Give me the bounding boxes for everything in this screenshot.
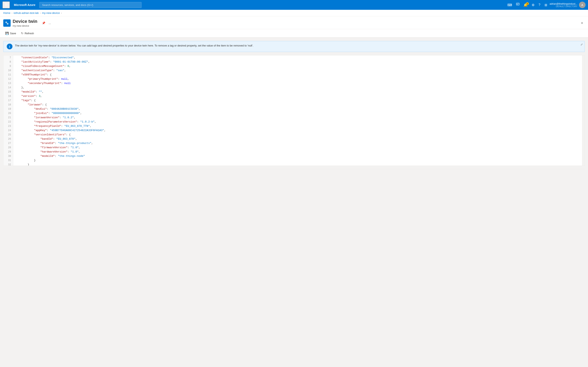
token-p: , [90, 125, 91, 128]
breadcrumb-home[interactable]: Home [3, 11, 10, 15]
help-button[interactable]: ? [537, 2, 542, 8]
line-number: 13 [3, 81, 13, 85]
line-number: 7 [3, 55, 13, 60]
token-p: : [55, 142, 58, 145]
token-k: "x509Thumbprint" [21, 73, 47, 76]
token-p: : { [66, 133, 71, 136]
token-k: "tags" [21, 99, 31, 102]
token-p: , [80, 112, 82, 115]
token-p: , [42, 90, 44, 93]
page-title: Device twin [13, 19, 37, 24]
token-p [15, 133, 34, 136]
user-directory: DEFAULT DIRECTORY [550, 5, 577, 8]
token-p: : [35, 90, 39, 93]
menu-button[interactable]: ☰ [2, 1, 10, 8]
page-icon [3, 19, 11, 27]
topbar: ☰ Microsoft Azure ⌨ 🔔1 ⚙ ? ⊞ adrian@thet… [0, 0, 588, 10]
line-number: 11 [3, 73, 13, 77]
breadcrumb-sep-1: › [12, 12, 12, 15]
pin-button[interactable]: 📌 [41, 21, 46, 25]
line-number: 16 [3, 94, 13, 98]
cloud-shell-button[interactable]: ⌨ [506, 2, 514, 8]
line-number: 28 [3, 145, 13, 150]
token-p [15, 77, 27, 81]
token-p: : [77, 120, 80, 123]
svg-point-6 [6, 22, 6, 22]
token-s: "0000000000000000" [52, 112, 80, 115]
token-b: null [61, 77, 67, 81]
user-profile[interactable]: adrian@thethingsindust... DEFAULT DIRECT… [550, 2, 586, 8]
line-numbers: 7891011121314151617181920212223242526272… [3, 55, 13, 166]
more-actions-button[interactable]: ... [48, 21, 52, 25]
code-editor[interactable]: 7891011121314151617181920212223242526272… [3, 55, 585, 166]
token-k: "regionalParametersVersion" [34, 120, 77, 123]
token-p [15, 146, 40, 149]
expand-button[interactable]: ⤢ [580, 43, 583, 46]
save-label: Save [10, 32, 16, 35]
code-line: "x509Thumbprint": { [15, 73, 580, 77]
search-input[interactable] [39, 2, 141, 8]
code-line: }, [15, 85, 580, 90]
token-p: : [53, 69, 56, 72]
code-line: "modelId": "the-things-node" [15, 154, 580, 158]
token-p: : [55, 155, 58, 158]
token-s: "" [39, 90, 42, 93]
line-number: 17 [3, 98, 13, 103]
notifications-button[interactable]: 🔔1 [522, 2, 529, 8]
token-p: , [95, 120, 96, 123]
token-s: "1.0.2" [63, 116, 74, 119]
code-line: "regionalParametersVersion": "1.0.2-b", [15, 120, 580, 124]
breadcrumb-device[interactable]: my-new-device [42, 11, 60, 15]
code-line: "appKey": "459B77D46A08C427254822A33F6FA… [15, 128, 580, 133]
code-line: } [15, 158, 580, 162]
line-number: 22 [3, 120, 13, 124]
token-k: "modelId" [40, 155, 55, 158]
code-content[interactable]: "connectionState": "Disconnected", "last… [13, 55, 582, 166]
token-p: : [61, 82, 64, 85]
breadcrumb-sep-2: › [40, 12, 41, 15]
breadcrumb-iothub[interactable]: iothub-adrian-test-lab [14, 11, 39, 15]
feedback-button[interactable] [515, 2, 521, 8]
editor-inner: 7891011121314151617181920212223242526272… [3, 55, 585, 166]
token-p [15, 142, 40, 145]
line-number: 12 [3, 77, 13, 81]
token-s: "459B77D46A08C427254822A33F6FA1A3" [50, 129, 104, 132]
directory-button[interactable]: ⊞ [543, 2, 549, 8]
line-number: 9 [3, 64, 13, 68]
token-p: , [69, 65, 71, 68]
refresh-button[interactable]: ↻ Refresh [19, 30, 36, 36]
line-number: 10 [3, 68, 13, 73]
token-s: "0001-01-01T00:00:00Z" [53, 60, 88, 63]
token-p [15, 116, 34, 119]
line-number: 26 [3, 137, 13, 141]
token-k: "devEui" [34, 108, 47, 110]
page-subtitle: my-new-device [13, 25, 37, 27]
token-s: "1.0" [71, 150, 79, 153]
code-line: "joinEui": "0000000000000000", [15, 111, 580, 115]
horizontal-scrollbar[interactable] [3, 169, 585, 171]
azure-logo: Microsoft Azure [11, 3, 38, 7]
close-button[interactable]: × [579, 20, 585, 26]
line-number: 20 [3, 111, 13, 115]
line-number: 14 [3, 85, 13, 90]
save-button[interactable]: 💾 Save [3, 30, 18, 36]
line-number: 25 [3, 133, 13, 137]
token-p: : [47, 129, 50, 132]
vertical-scrollbar[interactable] [582, 55, 585, 166]
settings-button[interactable]: ⚙ [530, 2, 536, 8]
token-p: }, [15, 86, 25, 89]
avatar[interactable]: A [579, 2, 586, 8]
token-p: : [61, 125, 64, 128]
line-number: 31 [3, 158, 13, 162]
token-k: "versionIdentifiers" [34, 133, 66, 136]
token-p [15, 120, 34, 123]
token-k: "lorawanVersion" [34, 116, 60, 119]
token-p: , [64, 69, 66, 72]
token-s: "EU_863_870_TTN" [64, 125, 90, 128]
line-number: 15 [3, 90, 13, 94]
token-s: "sas" [56, 69, 64, 72]
info-banner: i The device twin for 'my-new-device' is… [3, 41, 585, 52]
token-p [15, 108, 34, 110]
token-k: "connectionState" [21, 56, 48, 59]
code-line: "firmwareVersion": "1.0", [15, 145, 580, 150]
